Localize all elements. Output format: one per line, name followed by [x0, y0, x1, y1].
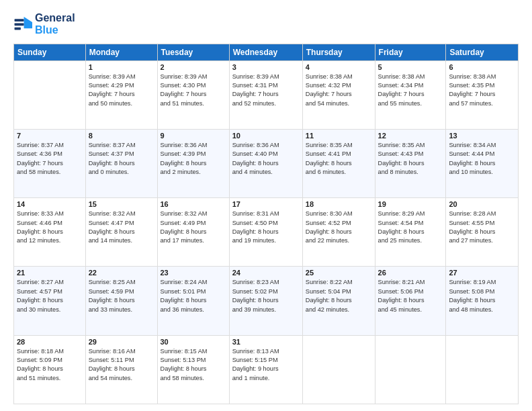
day-number: 22	[89, 269, 154, 277]
table-row: 27Sunrise: 8:19 AM Sunset: 5:08 PM Dayli…	[446, 267, 519, 335]
calendar-week-row: 14Sunrise: 8:33 AM Sunset: 4:46 PM Dayli…	[14, 198, 519, 267]
day-info: Sunrise: 8:30 AM Sunset: 4:52 PM Dayligh…	[306, 210, 372, 245]
day-number: 4	[306, 63, 372, 71]
day-info: Sunrise: 8:34 AM Sunset: 4:44 PM Dayligh…	[449, 141, 515, 177]
logo: General Blue	[13, 12, 75, 37]
table-row: 12Sunrise: 8:35 AM Sunset: 4:43 PM Dayli…	[375, 130, 446, 198]
table-row: 2Sunrise: 8:39 AM Sunset: 4:30 PM Daylig…	[157, 60, 229, 129]
day-info: Sunrise: 8:29 AM Sunset: 4:54 PM Dayligh…	[378, 210, 443, 245]
day-number: 11	[306, 132, 372, 140]
day-number: 7	[17, 132, 83, 140]
table-row: 23Sunrise: 8:24 AM Sunset: 5:01 PM Dayli…	[157, 267, 229, 335]
day-info: Sunrise: 8:37 AM Sunset: 4:36 PM Dayligh…	[17, 141, 83, 177]
day-info: Sunrise: 8:39 AM Sunset: 4:30 PM Dayligh…	[161, 73, 226, 108]
day-info: Sunrise: 8:22 AM Sunset: 5:04 PM Dayligh…	[306, 278, 372, 314]
day-number: 28	[17, 338, 83, 346]
table-row: 5Sunrise: 8:38 AM Sunset: 4:34 PM Daylig…	[375, 60, 446, 129]
table-row	[14, 60, 86, 129]
table-row: 16Sunrise: 8:32 AM Sunset: 4:49 PM Dayli…	[157, 198, 229, 267]
day-info: Sunrise: 8:38 AM Sunset: 4:32 PM Dayligh…	[306, 73, 372, 108]
day-number: 1	[89, 63, 154, 71]
table-row: 6Sunrise: 8:38 AM Sunset: 4:35 PM Daylig…	[446, 60, 519, 129]
col-saturday: Saturday	[446, 44, 519, 60]
table-row: 22Sunrise: 8:25 AM Sunset: 4:59 PM Dayli…	[85, 267, 157, 335]
day-info: Sunrise: 8:36 AM Sunset: 4:39 PM Dayligh…	[161, 141, 226, 177]
col-tuesday: Tuesday	[157, 44, 229, 60]
day-number: 6	[449, 63, 515, 71]
page: General Blue Sunday Monday Tuesday Wedne…	[0, 0, 532, 411]
table-row: 29Sunrise: 8:16 AM Sunset: 5:11 PM Dayli…	[85, 335, 157, 404]
day-number: 30	[161, 338, 226, 346]
day-number: 10	[232, 132, 300, 140]
day-number: 29	[89, 338, 154, 346]
calendar-header-row: Sunday Monday Tuesday Wednesday Thursday…	[14, 44, 519, 60]
table-row: 15Sunrise: 8:32 AM Sunset: 4:47 PM Dayli…	[85, 198, 157, 267]
day-number: 20	[449, 200, 515, 208]
table-row: 30Sunrise: 8:15 AM Sunset: 5:13 PM Dayli…	[157, 335, 229, 404]
table-row: 20Sunrise: 8:28 AM Sunset: 4:55 PM Dayli…	[446, 198, 519, 267]
day-number: 31	[232, 338, 300, 346]
table-row: 28Sunrise: 8:18 AM Sunset: 5:09 PM Dayli…	[14, 335, 86, 404]
day-info: Sunrise: 8:33 AM Sunset: 4:46 PM Dayligh…	[17, 210, 83, 245]
day-number: 3	[232, 63, 300, 71]
day-info: Sunrise: 8:24 AM Sunset: 5:01 PM Dayligh…	[161, 278, 226, 314]
col-thursday: Thursday	[302, 44, 375, 60]
table-row: 7Sunrise: 8:37 AM Sunset: 4:36 PM Daylig…	[14, 130, 86, 198]
day-info: Sunrise: 8:35 AM Sunset: 4:41 PM Dayligh…	[306, 141, 372, 177]
day-info: Sunrise: 8:32 AM Sunset: 4:49 PM Dayligh…	[161, 210, 226, 245]
day-info: Sunrise: 8:37 AM Sunset: 4:37 PM Dayligh…	[89, 141, 154, 177]
col-monday: Monday	[85, 44, 157, 60]
calendar-week-row: 1Sunrise: 8:39 AM Sunset: 4:29 PM Daylig…	[14, 60, 519, 129]
day-number: 18	[306, 200, 372, 208]
header: General Blue	[13, 12, 519, 37]
svg-rect-4	[15, 28, 21, 30]
col-sunday: Sunday	[14, 44, 86, 60]
table-row: 10Sunrise: 8:36 AM Sunset: 4:40 PM Dayli…	[229, 130, 302, 198]
logo-text: General Blue	[35, 12, 75, 37]
day-info: Sunrise: 8:32 AM Sunset: 4:47 PM Dayligh…	[89, 210, 154, 245]
table-row: 17Sunrise: 8:31 AM Sunset: 4:50 PM Dayli…	[229, 198, 302, 267]
day-number: 12	[378, 132, 443, 140]
table-row: 9Sunrise: 8:36 AM Sunset: 4:39 PM Daylig…	[157, 130, 229, 198]
table-row: 24Sunrise: 8:23 AM Sunset: 5:02 PM Dayli…	[229, 267, 302, 335]
table-row: 14Sunrise: 8:33 AM Sunset: 4:46 PM Dayli…	[14, 198, 86, 267]
day-number: 23	[161, 269, 226, 277]
day-number: 26	[378, 269, 443, 277]
day-info: Sunrise: 8:25 AM Sunset: 4:59 PM Dayligh…	[89, 278, 154, 314]
table-row: 31Sunrise: 8:13 AM Sunset: 5:15 PM Dayli…	[229, 335, 302, 404]
table-row	[375, 335, 446, 404]
svg-rect-3	[15, 24, 24, 26]
col-friday: Friday	[375, 44, 446, 60]
day-info: Sunrise: 8:35 AM Sunset: 4:43 PM Dayligh…	[378, 141, 443, 177]
table-row: 4Sunrise: 8:38 AM Sunset: 4:32 PM Daylig…	[302, 60, 375, 129]
day-info: Sunrise: 8:21 AM Sunset: 5:06 PM Dayligh…	[378, 278, 443, 314]
day-info: Sunrise: 8:15 AM Sunset: 5:13 PM Dayligh…	[161, 347, 226, 383]
calendar-week-row: 28Sunrise: 8:18 AM Sunset: 5:09 PM Dayli…	[14, 335, 519, 404]
day-info: Sunrise: 8:39 AM Sunset: 4:31 PM Dayligh…	[232, 73, 300, 108]
table-row: 1Sunrise: 8:39 AM Sunset: 4:29 PM Daylig…	[85, 60, 157, 129]
table-row	[302, 335, 375, 404]
table-row: 11Sunrise: 8:35 AM Sunset: 4:41 PM Dayli…	[302, 130, 375, 198]
day-info: Sunrise: 8:18 AM Sunset: 5:09 PM Dayligh…	[17, 347, 83, 383]
day-info: Sunrise: 8:39 AM Sunset: 4:29 PM Dayligh…	[89, 73, 154, 108]
table-row: 8Sunrise: 8:37 AM Sunset: 4:37 PM Daylig…	[85, 130, 157, 198]
day-info: Sunrise: 8:38 AM Sunset: 4:35 PM Dayligh…	[449, 73, 515, 108]
day-number: 19	[378, 200, 443, 208]
day-number: 13	[449, 132, 515, 140]
table-row: 19Sunrise: 8:29 AM Sunset: 4:54 PM Dayli…	[375, 198, 446, 267]
day-number: 14	[17, 200, 83, 208]
day-info: Sunrise: 8:16 AM Sunset: 5:11 PM Dayligh…	[89, 347, 154, 383]
logo-icon	[13, 15, 32, 34]
day-info: Sunrise: 8:28 AM Sunset: 4:55 PM Dayligh…	[449, 210, 515, 245]
day-info: Sunrise: 8:23 AM Sunset: 5:02 PM Dayligh…	[232, 278, 300, 314]
day-info: Sunrise: 8:38 AM Sunset: 4:34 PM Dayligh…	[378, 73, 443, 108]
col-wednesday: Wednesday	[229, 44, 302, 60]
day-number: 24	[232, 269, 300, 277]
day-number: 17	[232, 200, 300, 208]
table-row: 21Sunrise: 8:27 AM Sunset: 4:57 PM Dayli…	[14, 267, 86, 335]
day-number: 25	[306, 269, 372, 277]
day-number: 8	[89, 132, 154, 140]
table-row: 25Sunrise: 8:22 AM Sunset: 5:04 PM Dayli…	[302, 267, 375, 335]
day-info: Sunrise: 8:31 AM Sunset: 4:50 PM Dayligh…	[232, 210, 300, 245]
day-info: Sunrise: 8:13 AM Sunset: 5:15 PM Dayligh…	[232, 347, 300, 383]
